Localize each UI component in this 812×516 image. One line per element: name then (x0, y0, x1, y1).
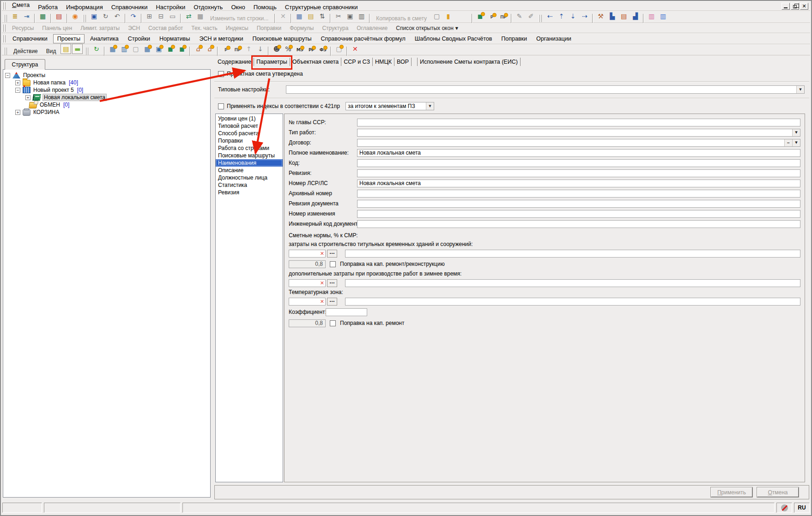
change-row-type-button[interactable]: Изменить тип строки... (206, 13, 272, 24)
tab-organizatsii[interactable]: Организации (533, 35, 575, 43)
tree-korzina[interactable]: + КОРЗИНА (3, 108, 210, 116)
sort-rows-icon[interactable]: ⇅ (317, 11, 327, 21)
tab-parametry[interactable]: Параметры (254, 58, 290, 66)
typical-settings-combobox[interactable] (286, 85, 805, 94)
field-kod[interactable] (357, 159, 800, 167)
tab-nmck[interactable]: НМЦК (373, 58, 394, 66)
me-index-icon[interactable]: МЭ (294, 45, 305, 55)
menu-pomosch[interactable]: Помощь (249, 4, 281, 11)
repair-checkbox-2[interactable] (330, 320, 336, 326)
temp-buildings-name-field[interactable] (345, 250, 800, 258)
tab-poiskovye-marshruty[interactable]: Поисковые маршруты (249, 35, 315, 43)
tab-proekty[interactable]: Проекты (53, 34, 85, 43)
cancel-button[interactable]: Отмена (757, 487, 799, 497)
menu-otdohnut[interactable]: Отдохнуть (189, 4, 227, 11)
field-polnoe-naimenovanie[interactable]: Новая локальная смета (357, 149, 800, 157)
insert-row-icon[interactable]: ⊞ (144, 11, 155, 21)
panel-popravki[interactable]: Поправки▼ (253, 25, 285, 31)
tree-proekty[interactable]: − Проекты (3, 72, 210, 79)
approved-checkbox[interactable] (218, 71, 224, 77)
chevron-down-icon[interactable] (426, 102, 434, 110)
coefficient-field[interactable] (326, 308, 367, 316)
expand-folder-button[interactable]: ▤ (61, 44, 71, 54)
panel-struktura[interactable]: Структура▼ (318, 25, 352, 31)
nav-poiskovye-marshruty[interactable]: Поисковые маршруты (216, 152, 283, 159)
exchange-icon[interactable]: ⇄ (183, 11, 194, 21)
new-price-pr-icon[interactable]: ПР (232, 45, 242, 55)
resources-pickaxe-icon[interactable]: ⚒ (595, 11, 606, 21)
percent-index-icon[interactable]: % (283, 44, 293, 54)
panel-limit-zatraty[interactable]: Лимит. затраты▼ (76, 25, 124, 31)
methodic-book-icon[interactable]: ◼ (475, 11, 485, 21)
level-down-icon[interactable]: ⇣ (568, 11, 578, 21)
tab-struktura[interactable]: Структура (5, 59, 45, 70)
view-menu[interactable]: Вид (42, 46, 60, 56)
tree-novaya-papka[interactable]: + Новая папка [40] (3, 79, 210, 86)
field-reviziya[interactable] (357, 169, 800, 177)
search-icon[interactable]: ◉ (70, 11, 80, 21)
paste-icon[interactable]: ▥ (356, 11, 367, 21)
save-building-icon[interactable]: ⌂ (204, 44, 215, 54)
new-price-p-icon[interactable]: P (220, 45, 231, 55)
nav-statistika[interactable]: Статистика (216, 181, 283, 189)
menu-spravochniki[interactable]: Справочники (107, 4, 152, 11)
delete-row-icon[interactable]: ✕ (278, 11, 288, 21)
price-pr-icon[interactable]: ПР (498, 12, 509, 22)
repair-checkbox-1[interactable] (330, 261, 336, 267)
tree-expander[interactable]: − (15, 88, 20, 93)
new-estimate-book-icon[interactable]: ◼ (165, 44, 176, 54)
collapse-folder-button[interactable]: ▬ (72, 44, 83, 54)
close-button[interactable] (800, 3, 808, 10)
copy-to-estimate-button[interactable]: Копировать в смету (372, 13, 430, 24)
field-dogovor[interactable] (357, 139, 800, 147)
tab-ispolnenie-smety-kontrakta[interactable]: Исполнение Сметы контракта (ЕИС) (417, 58, 521, 66)
panel-esn[interactable]: ЭСН▼ (124, 25, 144, 31)
tree-expander[interactable]: + (15, 80, 20, 85)
panel-formuly[interactable]: Формулы▼ (285, 25, 318, 31)
folder-properties-icon[interactable]: ▢ (333, 44, 344, 54)
tree-expander[interactable]: − (5, 73, 10, 78)
temp-buildings-norm-field[interactable] (289, 250, 326, 258)
nav-urovni-tsen[interactable]: Уровни цен (1) (216, 115, 283, 122)
tree-novyy-proekt-5[interactable]: − Новый проект 5 [0] (3, 86, 210, 94)
nav-tipovoy-raschet[interactable]: Типовой расчет (216, 122, 283, 130)
minimize-button[interactable] (782, 3, 790, 10)
tab-normativy[interactable]: Нормативы (156, 35, 194, 43)
materials-bricks-icon[interactable]: ▤ (618, 11, 629, 21)
field-inzhenernyy-kod-dokumenta[interactable] (357, 220, 800, 228)
undo-icon[interactable]: ↶ (112, 11, 122, 21)
tree-novaya-lokalnaya-smeta[interactable]: + Новая локальная смета (3, 94, 210, 101)
price-p-icon[interactable]: P (486, 12, 497, 22)
field-nomer-lsr-ls[interactable]: Новая локальная смета (357, 180, 800, 187)
field-nomer-izmeneniya[interactable] (357, 210, 800, 218)
panel-oglavlenie[interactable]: Оглавление▼ (352, 25, 392, 31)
nav-sposob-rascheta[interactable]: Способ расчета (216, 130, 283, 137)
cut-icon[interactable]: ✂ (333, 11, 344, 21)
menu-strukturnye-spravochniki[interactable]: Структурные справочники (281, 4, 362, 11)
save-icon[interactable]: ▣ (89, 11, 99, 21)
minus-button[interactable] (784, 139, 792, 146)
nav-naimenovaniya[interactable]: Наименования (216, 159, 283, 167)
menu-rabota[interactable]: Работа (34, 4, 62, 11)
nav-opisanie[interactable]: Описание (216, 167, 283, 174)
menu-informatsiya[interactable]: Информация (62, 4, 107, 11)
tab-analitika[interactable]: Аналитика (86, 35, 122, 43)
delete-x-icon[interactable]: ✕ (350, 44, 360, 54)
nav-rabota-so-strokami[interactable]: Работа со строками (216, 144, 283, 152)
pdf-report-icon[interactable]: ▤ (54, 11, 64, 21)
nav-popravki[interactable]: Поправки (216, 137, 283, 144)
panel-sostav-rabot[interactable]: Состав работ▼ (144, 25, 187, 31)
nav-dolzhnostnye-litsa[interactable]: Должностные лица (216, 174, 283, 181)
insert-section-icon[interactable]: ⊟ (156, 11, 166, 21)
new-building-icon[interactable]: ⌂ (193, 44, 203, 54)
tab-soderzhanie[interactable]: Содержание (215, 58, 254, 66)
tab-ssr-i-sz[interactable]: ССР и СЗ (341, 58, 373, 66)
tab-shablony-svodnyh-raschetov[interactable]: Шаблоны Сводных Расчётов (411, 35, 496, 43)
level-first-icon[interactable]: ⇠ (545, 11, 555, 21)
refresh-icon[interactable]: ↻ (100, 11, 111, 21)
insert-page-icon[interactable]: ▤ (305, 11, 316, 21)
tab-esn-i-metodiki[interactable]: ЭСН и методики (195, 35, 247, 43)
excel-export-icon[interactable]: ▦ (37, 11, 48, 21)
save-object-icon[interactable]: ▣ (153, 44, 164, 54)
copy-icon[interactable]: ▣ (345, 11, 355, 21)
